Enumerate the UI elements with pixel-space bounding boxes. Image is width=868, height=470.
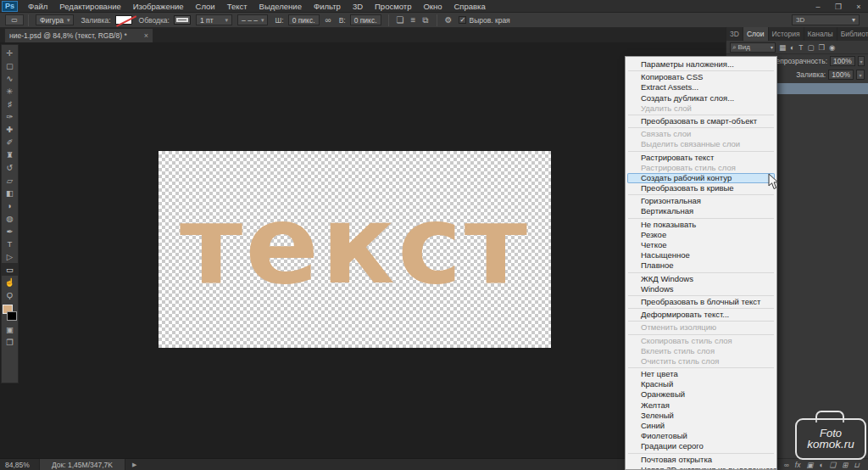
context-menu-item[interactable]: Красный [626, 379, 776, 389]
filter-toggle-icon[interactable]: ◉ [829, 43, 835, 52]
gear-icon[interactable]: ⚙ [445, 15, 453, 25]
context-menu-item[interactable]: Отменить изоляцию [626, 322, 776, 333]
menubar-item[interactable]: Окно [417, 2, 448, 11]
chevron-down-icon[interactable]: ▾ [856, 70, 865, 80]
panel-tab[interactable]: История [769, 27, 804, 41]
context-menu-item[interactable]: Зеленый [626, 411, 776, 421]
menubar-item[interactable]: Файл [22, 2, 53, 11]
filter-smart-objects-icon[interactable]: ❒ [818, 43, 825, 52]
stroke-style-dropdown[interactable]: – – – ▾ [237, 14, 268, 25]
align-edges-option[interactable]: ✓ Выров. края [459, 16, 509, 25]
lasso-tool[interactable]: ∿ [2, 72, 18, 85]
context-menu-item[interactable]: Преобразовать в блочный текст [626, 297, 776, 307]
restore-button[interactable]: ❐ [832, 3, 844, 11]
menubar-item[interactable]: Текст [221, 2, 253, 11]
canvas[interactable]: текст [159, 151, 551, 348]
shape-width-field[interactable]: 0 пикс. [288, 14, 320, 25]
context-menu-item[interactable]: Скопировать стиль слоя [626, 336, 776, 346]
zoom-tool[interactable]: Ϙ [2, 288, 18, 301]
filter-type-layers-icon[interactable]: T [798, 43, 803, 52]
adjustment-layer-icon[interactable]: ◐ [819, 461, 823, 469]
menubar-item[interactable]: Изображение [127, 2, 190, 11]
context-menu-item[interactable]: Создать дубликат слоя... [626, 93, 776, 104]
context-menu-item[interactable]: Параметры наложения... [626, 59, 776, 70]
stroke-width-field[interactable]: 1 пт ▾ [196, 14, 232, 25]
background-color-swatch[interactable] [7, 311, 17, 321]
filter-pixel-layers-icon[interactable]: ▦ [779, 43, 786, 52]
move-tool[interactable]: ✛ [2, 47, 18, 59]
context-menu-item[interactable]: Почтовая открытка [626, 455, 776, 465]
layer-group-icon[interactable]: ❏ [830, 461, 837, 469]
stroke-swatch[interactable] [174, 15, 191, 25]
context-menu-item[interactable]: Деформировать текст... [626, 310, 776, 320]
menubar-item[interactable]: Выделение [253, 2, 308, 11]
path-selection-tool[interactable]: ▷ [2, 250, 18, 263]
history-brush-tool[interactable]: ↺ [2, 161, 18, 174]
rectangle-tool[interactable]: ▭ [2, 263, 18, 276]
menubar-item[interactable]: Справка [448, 2, 492, 11]
gradient-tool[interactable]: ◧ [2, 187, 18, 199]
context-menu-item[interactable]: Плавное [626, 260, 776, 271]
quick-selection-tool[interactable]: ✳ [2, 85, 18, 98]
menubar-item[interactable]: Редактирование [53, 2, 126, 11]
zoom-level-field[interactable]: 84,85% [0, 461, 39, 469]
tool-preset-button[interactable]: ▭ [5, 14, 24, 25]
menubar-item[interactable]: 3D [347, 2, 369, 11]
context-menu-item[interactable]: Вертикальная [626, 206, 776, 216]
context-menu-item[interactable]: Windows [626, 284, 776, 294]
minimize-button[interactable]: – [812, 3, 824, 11]
path-alignment-icon[interactable]: ≡ [411, 15, 416, 25]
context-menu-item[interactable]: Оранжевый [626, 389, 776, 400]
context-menu-item[interactable]: Градации серого [626, 441, 776, 451]
panel-tab[interactable]: Библиотеки [837, 27, 868, 41]
context-menu-item[interactable]: Нет цвета [626, 369, 776, 379]
panel-tab[interactable]: Каналы [804, 27, 837, 41]
path-arrangement-icon[interactable]: ⧉ [422, 15, 428, 25]
type-tool[interactable]: T [2, 238, 18, 250]
document-tab[interactable]: ние-1.psd @ 84,8% (текст, RGB/8) * × [4, 28, 153, 42]
menubar-item[interactable]: Фильтр [308, 2, 347, 11]
context-menu-item[interactable]: Преобразовать в смарт-объект [626, 116, 776, 126]
layer-mask-icon[interactable]: ▣ [806, 461, 813, 469]
context-menu-item[interactable]: Четкое [626, 240, 776, 250]
filter-kind-dropdown[interactable]: ⌕ Вид ▾ [730, 42, 776, 53]
clone-stamp-tool[interactable]: ♜ [2, 148, 18, 161]
delete-layer-icon[interactable]: ⊔ [854, 461, 860, 469]
tool-mode-dropdown[interactable]: Фигура ▾ [36, 14, 74, 25]
context-menu-item[interactable]: Горизонтальная [626, 196, 776, 206]
context-menu-item[interactable]: Копировать CSS [626, 72, 776, 82]
healing-brush-tool[interactable]: ✚ [2, 123, 18, 136]
status-options-arrow[interactable]: ▶ [132, 462, 136, 468]
context-menu-item[interactable]: Насыщенное [626, 250, 776, 260]
context-menu-item[interactable]: Новая 3D-экструзия из выделенного слоя [626, 465, 776, 470]
hand-tool[interactable]: ☝ [2, 276, 18, 288]
filter-adjustment-layers-icon[interactable]: ◐ [790, 43, 794, 52]
crop-tool[interactable]: ♯ [2, 98, 18, 110]
dodge-tool[interactable]: ◍ [2, 212, 18, 225]
eyedropper-tool[interactable]: ✑ [2, 110, 18, 123]
fill-swatch[interactable] [115, 15, 132, 25]
context-menu-item[interactable]: Желтая [626, 400, 776, 411]
layer-style-icon[interactable]: fx [795, 461, 801, 469]
panel-tab[interactable]: 3D [726, 27, 743, 41]
pen-tool[interactable]: ✒ [2, 225, 18, 238]
context-menu-item[interactable]: Не показывать [626, 220, 776, 230]
brush-tool[interactable]: ✐ [2, 136, 18, 148]
new-layer-icon[interactable]: ⊞ [842, 461, 848, 469]
context-menu-item[interactable]: Растрировать стиль слоя [626, 163, 776, 173]
blur-tool[interactable]: ◗ [2, 199, 18, 212]
context-menu-item[interactable]: Вклеить стиль слоя [626, 346, 776, 356]
close-tab-icon[interactable]: × [144, 31, 148, 40]
context-menu-item[interactable]: Растрировать текст [626, 153, 776, 163]
workspace-switcher[interactable]: 3D ▾ [792, 14, 860, 25]
context-menu-item[interactable]: Синий [626, 421, 776, 431]
context-menu-item[interactable]: Удалить слой [626, 104, 776, 114]
path-operations-icon[interactable]: ❏ [397, 15, 404, 25]
panel-tab[interactable]: Слои [743, 27, 769, 41]
context-menu-item[interactable]: Создать рабочий контур [627, 173, 775, 183]
chevron-down-icon[interactable]: ▾ [858, 56, 865, 66]
screen-mode-button[interactable]: ❐ [2, 336, 18, 349]
marquee-tool[interactable]: ▢ [2, 59, 18, 72]
context-menu-item[interactable]: Фиолетовый [626, 431, 776, 441]
context-menu-item[interactable]: Очистить стиль слоя [626, 356, 776, 366]
